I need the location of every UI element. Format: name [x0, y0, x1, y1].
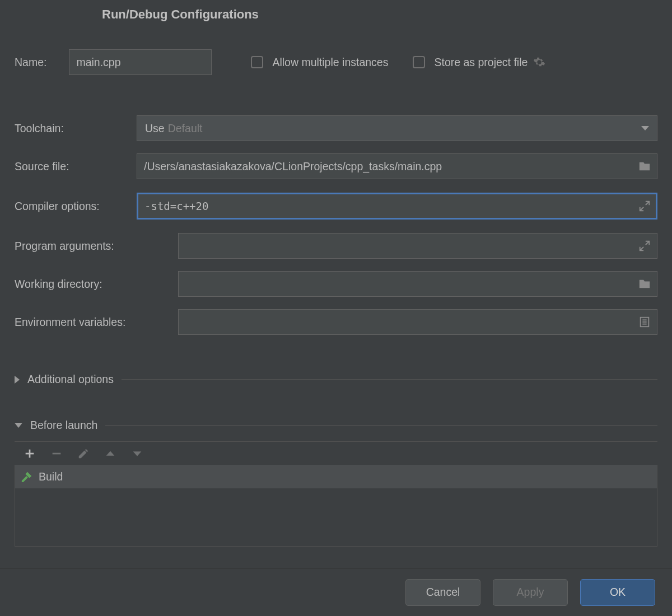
before-launch-list[interactable]: Build: [15, 465, 657, 547]
cancel-button[interactable]: Cancel: [405, 579, 480, 606]
name-label: Name:: [15, 56, 46, 69]
move-down-icon[interactable]: [131, 447, 143, 460]
compiler-options-label: Compiler options:: [15, 200, 137, 213]
before-launch-label: Before launch: [30, 419, 97, 432]
store-project-file-label: Store as project file: [434, 56, 528, 69]
expand-icon[interactable]: [638, 200, 651, 212]
hammer-icon: [21, 470, 33, 483]
chevron-right-icon: [15, 376, 20, 384]
dialog-button-bar: Cancel Apply OK: [0, 568, 672, 616]
list-icon[interactable]: [638, 316, 651, 328]
checkbox-icon: [413, 56, 425, 68]
source-file-value: /Users/anastasiakazakova/CLionProjects/c…: [144, 160, 442, 173]
chevron-down-icon: [641, 126, 649, 130]
list-item-label: Build: [39, 470, 63, 483]
dialog-title: Run/Debug Configurations: [0, 7, 672, 22]
before-launch-section[interactable]: Before launch: [15, 419, 657, 432]
toolchain-label: Toolchain:: [15, 122, 137, 135]
env-vars-label: Environment variables:: [15, 316, 178, 329]
toolchain-prefix: Use: [145, 122, 165, 135]
compiler-options-value: -std=c++20: [144, 200, 208, 212]
allow-multiple-label: Allow multiple instances: [272, 56, 388, 69]
toolchain-value: Default: [168, 122, 203, 135]
checkbox-icon: [251, 56, 263, 68]
compiler-options-input[interactable]: -std=c++20: [137, 193, 657, 220]
folder-icon[interactable]: [638, 160, 651, 172]
edit-icon[interactable]: [77, 447, 90, 460]
folder-icon[interactable]: [638, 278, 651, 290]
expand-icon[interactable]: [638, 240, 651, 252]
move-up-icon[interactable]: [104, 447, 116, 460]
program-arguments-input[interactable]: [178, 233, 657, 259]
working-directory-label: Working directory:: [15, 278, 178, 291]
apply-button[interactable]: Apply: [493, 579, 568, 606]
allow-multiple-checkbox[interactable]: Allow multiple instances: [251, 56, 388, 69]
source-file-label: Source file:: [15, 160, 137, 173]
remove-icon[interactable]: [50, 447, 63, 460]
toolchain-select[interactable]: Use Default: [137, 115, 657, 141]
chevron-down-icon: [15, 423, 22, 428]
divider: [105, 425, 657, 426]
source-file-input[interactable]: /Users/anastasiakazakova/CLionProjects/c…: [137, 153, 657, 179]
store-project-file-checkbox[interactable]: Store as project file: [413, 56, 528, 69]
working-directory-input[interactable]: [178, 271, 657, 297]
additional-options-section[interactable]: Additional options: [15, 373, 657, 386]
gear-icon[interactable]: [533, 56, 545, 68]
additional-options-label: Additional options: [27, 373, 114, 386]
list-item[interactable]: Build: [15, 465, 657, 488]
add-icon[interactable]: [24, 447, 36, 460]
divider: [122, 379, 657, 380]
name-input[interactable]: [69, 49, 212, 75]
env-vars-input[interactable]: [178, 309, 657, 335]
program-arguments-label: Program arguments:: [15, 240, 178, 253]
ok-button[interactable]: OK: [580, 579, 655, 606]
before-launch-toolbar: [15, 441, 657, 465]
